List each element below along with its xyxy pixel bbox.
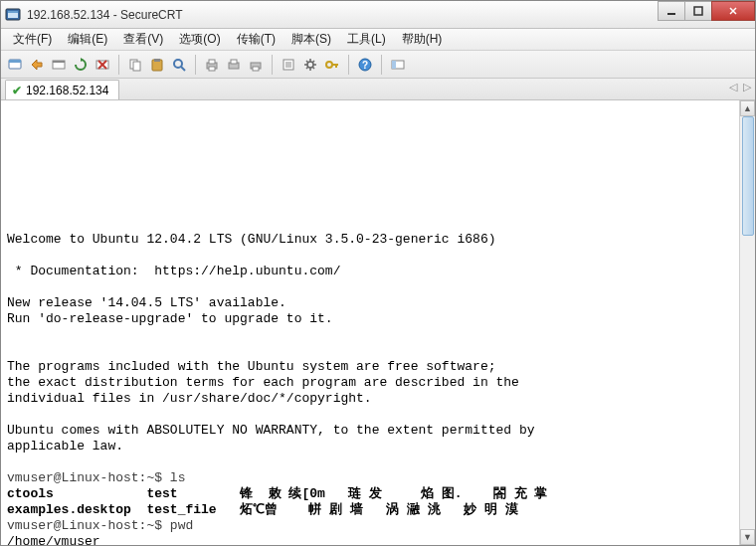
menu-script[interactable]: 脚本(S) [284, 29, 339, 50]
terminal-line: applicable law. [7, 439, 123, 454]
toolbar-reconnect-icon[interactable] [71, 55, 91, 75]
toolbar-properties-icon[interactable] [279, 55, 298, 75]
terminal-prompt-line: vmuser@Linux-host:~$ ls [7, 470, 185, 485]
toolbar-disconnect-icon[interactable] [93, 55, 112, 75]
svg-rect-2 [8, 11, 18, 13]
toolbar-print-icon[interactable] [202, 55, 222, 75]
vertical-scrollbar[interactable]: ▲ ▼ [739, 100, 755, 545]
toolbar-settings-icon[interactable] [300, 55, 320, 75]
terminal-line: Welcome to Ubuntu 12.04.2 LTS (GNU/Linux… [7, 232, 495, 247]
menu-bar: 文件(F) 编辑(E) 查看(V) 选项(O) 传输(T) 脚本(S) 工具(L… [1, 29, 755, 51]
close-button[interactable] [711, 1, 755, 21]
menu-edit[interactable]: 编辑(E) [60, 29, 115, 50]
svg-line-19 [181, 67, 185, 71]
terminal-line: /home/vmuser [7, 534, 100, 545]
toolbar-print3-icon[interactable] [246, 55, 266, 75]
terminal-line: examples.desktop test_file 炻℃曾 帡 剧 墙 涡 瀜… [7, 502, 518, 517]
svg-rect-24 [231, 60, 237, 64]
toolbar-separator [118, 55, 119, 75]
svg-point-18 [174, 60, 182, 68]
menu-file[interactable]: 文件(F) [5, 29, 60, 50]
svg-rect-4 [694, 7, 702, 15]
terminal-line: individual files in /usr/share/doc/*/cop… [7, 391, 372, 406]
toolbar-separator [195, 55, 196, 75]
scroll-down-icon[interactable]: ▼ [740, 529, 755, 545]
menu-view[interactable]: 查看(V) [115, 29, 171, 50]
tab-scroll-left-icon[interactable]: ◁ [729, 81, 737, 93]
toolbar-separator [381, 55, 382, 75]
maximize-button[interactable] [684, 1, 712, 21]
svg-rect-10 [53, 61, 65, 63]
toolbar-copy-icon[interactable] [125, 55, 145, 75]
svg-rect-8 [9, 60, 21, 63]
toolbar-help-icon[interactable]: ? [355, 55, 375, 75]
app-icon [5, 7, 21, 23]
svg-rect-21 [209, 60, 215, 64]
scroll-thumb[interactable] [742, 116, 754, 236]
terminal-line: the exact distribution terms for each pr… [7, 375, 519, 390]
svg-rect-22 [209, 67, 215, 71]
tab-scroll-controls: ◁ ▷ [729, 81, 751, 93]
window-title: 192.168.52.134 - SecureCRT [27, 8, 751, 22]
svg-point-32 [326, 62, 332, 68]
tab-scroll-right-icon[interactable]: ▷ [743, 81, 751, 93]
toolbar-key-icon[interactable] [322, 55, 342, 75]
toolbar-print2-icon[interactable] [224, 55, 244, 75]
toolbar-separator [272, 55, 273, 75]
svg-rect-26 [253, 67, 259, 71]
tab-connected-icon: ✔ [12, 84, 22, 97]
terminal-line: Ubuntu comes with ABSOLUTELY NO WARRANTY… [7, 423, 535, 438]
minimize-button[interactable] [658, 1, 685, 21]
svg-rect-3 [667, 13, 675, 15]
toolbar-connect-icon[interactable] [5, 55, 25, 75]
menu-tools[interactable]: 工具(L) [339, 29, 394, 50]
terminal-line: ctools test 锋 敕 续[0m 琏 发 焰 图. 閤 充 掌 [7, 486, 547, 501]
tab-bar: ✔ 192.168.52.134 ◁ ▷ [1, 79, 755, 100]
title-bar: 192.168.52.134 - SecureCRT [1, 1, 755, 29]
svg-text:?: ? [362, 60, 368, 71]
toolbar-separator [348, 55, 349, 75]
menu-transfer[interactable]: 传输(T) [229, 29, 284, 50]
svg-rect-17 [154, 59, 160, 62]
terminal-line: New release '14.04.5 LTS' available. [7, 295, 286, 310]
terminal-line: * Documentation: https://help.ubuntu.com… [7, 264, 340, 278]
menu-help[interactable]: 帮助(H) [394, 29, 451, 50]
toolbar-last-icon[interactable] [388, 55, 408, 75]
terminal-line: Run 'do-release-upgrade' to upgrade to i… [7, 311, 333, 326]
terminal[interactable]: Welcome to Ubuntu 12.04.2 LTS (GNU/Linux… [1, 100, 739, 545]
toolbar-session-icon[interactable] [49, 55, 69, 75]
scroll-up-icon[interactable]: ▲ [740, 100, 755, 116]
terminal-prompt-line: vmuser@Linux-host:~$ pwd [7, 518, 193, 533]
toolbar-find-icon[interactable] [169, 55, 189, 75]
terminal-container: Welcome to Ubuntu 12.04.2 LTS (GNU/Linux… [1, 100, 755, 545]
terminal-line: The programs included with the Ubuntu sy… [7, 359, 495, 374]
tab-label: 192.168.52.134 [26, 84, 108, 97]
window-controls [659, 1, 755, 21]
session-tab[interactable]: ✔ 192.168.52.134 [5, 80, 119, 99]
svg-rect-15 [133, 62, 140, 71]
toolbar-paste-icon[interactable] [147, 55, 167, 75]
toolbar-quick-connect-icon[interactable] [27, 55, 47, 75]
menu-options[interactable]: 选项(O) [171, 29, 228, 50]
toolbar: ? [1, 51, 755, 79]
svg-rect-38 [392, 61, 396, 69]
